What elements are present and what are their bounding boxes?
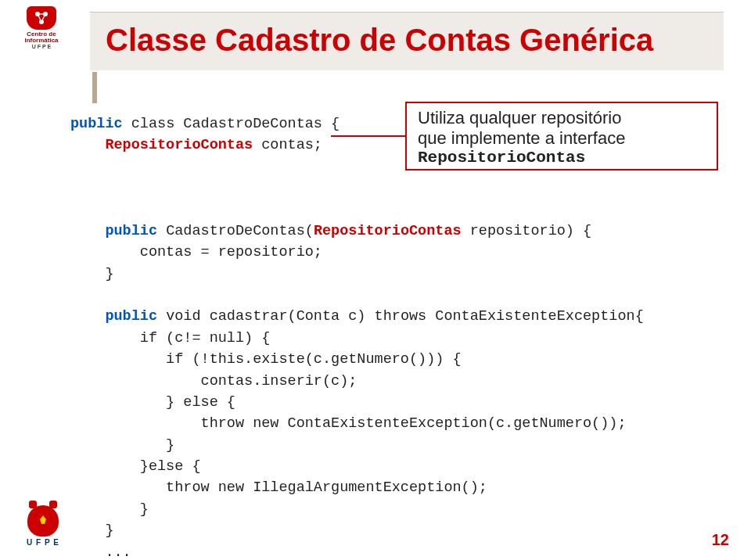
code-text: }: [70, 522, 114, 539]
code-text: void cadastrar(Conta c) throws ContaExis…: [157, 308, 644, 325]
logo-ufpe-text: U F P E: [27, 538, 59, 547]
type-repositorio: RepositorioContas: [314, 223, 462, 239]
logo-ufpe: U F P E: [12, 505, 74, 552]
code-text: }else {: [70, 458, 201, 475]
kw-public: public: [70, 116, 123, 132]
type-repositorio: RepositorioContas: [70, 137, 253, 153]
slide-title-bar: Classe Cadastro de Contas Genérica: [90, 12, 724, 70]
lion-icon: [35, 513, 51, 529]
connector-icon: [34, 10, 49, 26]
title-divider: [92, 72, 97, 103]
code-block: public class CadastroDeContas { Reposito…: [70, 113, 720, 560]
logo-cin-sub: U F P E: [32, 44, 51, 49]
code-text: contas = repositorio;: [70, 244, 322, 260]
code-text: throw new ContaExistenteException(c.getN…: [70, 415, 627, 432]
slide-title: Classe Cadastro de Contas Genérica: [90, 13, 724, 67]
kw-public: public: [70, 308, 157, 325]
code-text: } else {: [70, 394, 235, 411]
ufpe-crest-icon: [27, 505, 59, 537]
code-text: repositorio) {: [462, 223, 592, 239]
page-number: 12: [712, 531, 729, 549]
code-text: contas.inserir(c);: [70, 373, 357, 389]
logo-cin-text2: Informática: [24, 38, 58, 44]
logo-cin: Centro de Informática U F P E: [14, 6, 69, 49]
code-text: if (!this.existe(c.getNumero())) {: [70, 351, 462, 368]
code-text: class CadastroDeContas {: [123, 116, 340, 132]
code-text: ...: [70, 544, 131, 561]
kw-public: public: [70, 223, 157, 239]
code-text: }: [70, 437, 174, 454]
code-text: throw new IllegalArgumentException();: [70, 479, 487, 496]
code-text: if (c!= null) {: [70, 330, 270, 346]
cin-shield-icon: [27, 6, 56, 30]
code-text: contas;: [253, 137, 322, 153]
code-text: CadastroDeContas(: [157, 223, 314, 239]
code-text: }: [70, 266, 114, 282]
code-text: }: [70, 501, 149, 518]
